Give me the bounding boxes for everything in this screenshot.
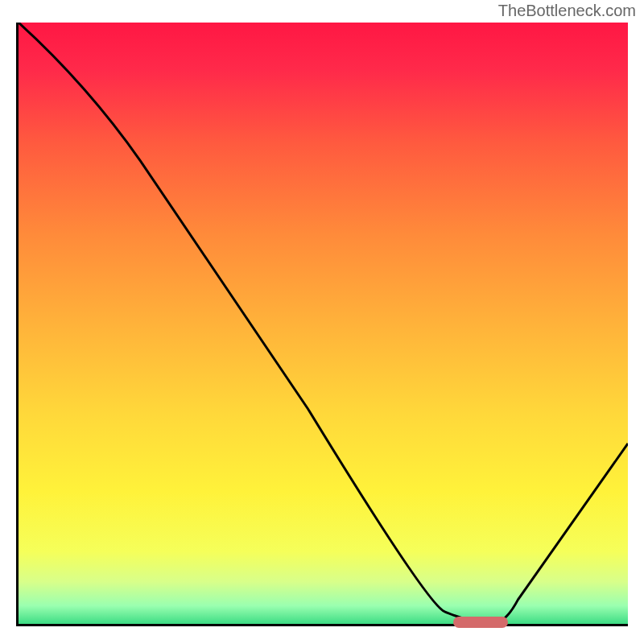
chart-plot-area <box>16 23 628 626</box>
optimal-range-marker <box>453 617 508 628</box>
watermark-text: TheBottleneck.com <box>498 2 636 20</box>
chart-curve <box>19 23 628 624</box>
